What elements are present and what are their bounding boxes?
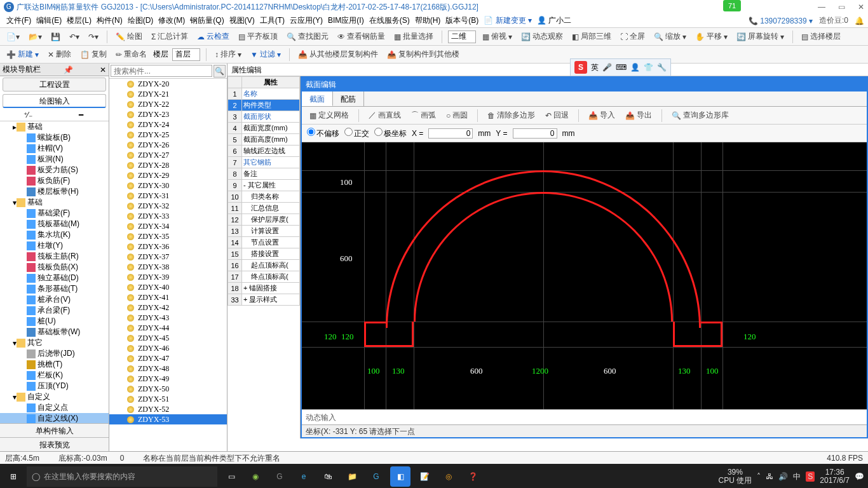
menu-modify[interactable]: 修改(M) bbox=[156, 15, 187, 26]
tree-item[interactable]: 独立基础(D) bbox=[0, 273, 109, 283]
new-component-button[interactable]: ➕ 新建▾ bbox=[4, 48, 41, 61]
app-icon-3[interactable]: G bbox=[366, 466, 386, 487]
ime-voice-icon[interactable]: 🎤 bbox=[602, 63, 612, 72]
ime-lang[interactable]: 英 bbox=[591, 62, 599, 73]
list-item[interactable]: ZDYX-27 bbox=[109, 150, 227, 160]
pan-button[interactable]: ✋ 平移▾ bbox=[693, 30, 730, 43]
new-file-icon[interactable]: 📄▾ bbox=[4, 31, 22, 43]
draw-circle-button[interactable]: ○ 画圆 bbox=[444, 109, 470, 122]
tree-item[interactable]: 后浇带(JD) bbox=[0, 348, 109, 359]
list-item[interactable]: ZDYX-25 bbox=[109, 130, 227, 140]
tree-item[interactable]: 承台梁(F) bbox=[0, 305, 109, 316]
list-item[interactable]: ZDYX-52 bbox=[109, 404, 227, 414]
list-item[interactable]: ZDYX-49 bbox=[109, 374, 227, 384]
draw-button[interactable]: ✏️绘图 bbox=[113, 30, 145, 43]
draw-arc-button[interactable]: ⌒ 画弧 bbox=[409, 109, 438, 122]
prop-row[interactable]: 4截面宽度(mm) bbox=[228, 123, 300, 134]
list-item[interactable]: ZDYX-23 bbox=[109, 109, 227, 119]
tree-item[interactable]: 压顶(YD) bbox=[0, 381, 109, 391]
tree-item[interactable]: 筏板负筋(X) bbox=[0, 262, 109, 273]
minimize-icon[interactable]: — bbox=[818, 3, 825, 11]
export-button[interactable]: 📤 导出 bbox=[623, 109, 654, 122]
sort-button[interactable]: ↕ 排序▾ bbox=[212, 48, 244, 61]
app-icon-6[interactable]: ◎ bbox=[438, 466, 459, 487]
component-list[interactable]: ZDYX-20ZDYX-21ZDYX-22ZDYX-23ZDYX-24ZDYX-… bbox=[109, 79, 227, 451]
fullscreen-button[interactable]: ⛶ 全屏 bbox=[618, 30, 648, 43]
ime-skin-icon[interactable]: 👕 bbox=[644, 63, 653, 72]
tree-item[interactable]: 柱帽(V) bbox=[0, 143, 109, 154]
list-item[interactable]: ZDYX-50 bbox=[109, 384, 227, 394]
menu-online[interactable]: 在线服务(S) bbox=[367, 15, 412, 26]
tree-group[interactable]: ▾ 自定义 bbox=[0, 391, 109, 402]
tree-group[interactable]: ▸ 基础 bbox=[0, 121, 109, 132]
list-item[interactable]: ZDYX-39 bbox=[109, 272, 227, 282]
taskbar-search[interactable]: ◯ 在这里输入你要搜索的内容 bbox=[27, 466, 217, 487]
app-icon-1[interactable]: ◉ bbox=[245, 466, 266, 487]
list-item[interactable]: ZDYX-28 bbox=[109, 160, 227, 170]
zoom-button[interactable]: 🔍 缩放▾ bbox=[651, 30, 689, 43]
tree-item[interactable]: 集水坑(K) bbox=[0, 229, 109, 240]
tray-ime-icon[interactable]: 中 bbox=[793, 471, 801, 482]
prop-row[interactable]: 18+ 锚固搭接 bbox=[228, 283, 300, 294]
prop-row[interactable]: 16起点顶标高( bbox=[228, 260, 300, 271]
menu-help[interactable]: 帮助(H) bbox=[412, 15, 444, 26]
tree-item[interactable]: 桩承台(V) bbox=[0, 294, 109, 305]
delete-button[interactable]: ✕ 删除 bbox=[45, 48, 74, 61]
opt-polar[interactable]: 极坐标 bbox=[374, 128, 407, 139]
import-button[interactable]: 📥 导入 bbox=[586, 109, 618, 122]
find-element-button[interactable]: 🔍 查找图元 bbox=[284, 30, 331, 43]
app-icon-4[interactable]: ◧ bbox=[390, 466, 410, 487]
tree-group[interactable]: ▾ 基础 bbox=[0, 197, 109, 208]
ime-tool-icon[interactable]: 🔧 bbox=[657, 63, 667, 72]
app-icon-5[interactable]: 📝 bbox=[414, 466, 435, 487]
list-item[interactable]: ZDYX-37 bbox=[109, 252, 227, 262]
undo-polygon-button[interactable]: ↶ 回退 bbox=[543, 109, 571, 122]
bell-icon[interactable]: 🔔 bbox=[855, 17, 864, 25]
prop-row[interactable]: 33+ 显示样式 bbox=[228, 294, 300, 306]
query-polygon-button[interactable]: 🔍 查询多边形库 bbox=[669, 109, 731, 122]
copy-from-floor-button[interactable]: 📥 从其他楼层复制构件 bbox=[295, 48, 381, 61]
local-3d-button[interactable]: ◧ 局部三维 bbox=[569, 30, 614, 43]
app-icon-2[interactable]: G bbox=[269, 466, 290, 487]
ime-user-icon[interactable]: 👤 bbox=[630, 63, 640, 72]
nav-close-icon[interactable]: ✕ bbox=[100, 65, 106, 74]
search-button[interactable]: 🔍 bbox=[214, 65, 226, 78]
list-item[interactable]: ZDYX-30 bbox=[109, 180, 227, 191]
component-tree[interactable]: ▸ 基础螺旋板(B)柱帽(V)板洞(N)板受力筋(S)板负筋(F)楼层板带(H)… bbox=[0, 121, 109, 423]
list-item[interactable]: ZDYX-36 bbox=[109, 241, 227, 252]
tree-item[interactable]: 楼层板带(H) bbox=[0, 186, 109, 197]
user-label[interactable]: 👤 广小二 bbox=[534, 15, 574, 26]
save-icon[interactable]: 💾 bbox=[48, 31, 63, 43]
tray-network-icon[interactable]: 🖧 bbox=[766, 472, 773, 481]
list-item[interactable]: ZDYX-45 bbox=[109, 333, 227, 343]
tree-item[interactable]: 筏板基础(M) bbox=[0, 219, 109, 229]
menu-file[interactable]: 文件(F) bbox=[4, 15, 34, 26]
tree-item[interactable]: 板受力筋(S) bbox=[0, 165, 109, 175]
explorer-icon[interactable]: 📁 bbox=[342, 466, 362, 487]
prop-row[interactable]: 11汇总信息 bbox=[228, 203, 300, 214]
list-item[interactable]: ZDYX-22 bbox=[109, 99, 227, 109]
prop-row[interactable]: 3截面形状 bbox=[228, 111, 300, 123]
menu-bim[interactable]: BIM应用(I) bbox=[325, 15, 367, 26]
list-item[interactable]: ZDYX-35 bbox=[109, 231, 227, 241]
copy-to-floor-button[interactable]: 📤 复制构件到其他楼 bbox=[384, 48, 462, 61]
list-item[interactable]: ZDYX-38 bbox=[109, 262, 227, 272]
menu-rebar[interactable]: 钢筋量(Q) bbox=[187, 15, 226, 26]
prop-row[interactable]: 10归类名称 bbox=[228, 191, 300, 203]
top-view-button[interactable]: ▦ 俯视▾ bbox=[480, 30, 515, 43]
tab-draw-input[interactable]: 绘图输入 bbox=[3, 94, 106, 108]
tree-item[interactable]: 挑檐(T) bbox=[0, 359, 109, 370]
report-preview-button[interactable]: 报表预览 bbox=[0, 437, 109, 451]
menu-version[interactable]: 版本号(B) bbox=[443, 15, 481, 26]
prop-row[interactable]: 13计算设置 bbox=[228, 226, 300, 237]
view-rebar-button[interactable]: 👁 查看钢筋量 bbox=[335, 30, 388, 43]
list-item[interactable]: ZDYX-41 bbox=[109, 292, 227, 302]
task-view-icon[interactable]: ▭ bbox=[221, 466, 241, 487]
define-grid-button[interactable]: ▦ 定义网格 bbox=[307, 109, 351, 122]
menu-view[interactable]: 视图(V) bbox=[227, 15, 257, 26]
notification-badge[interactable]: 71 bbox=[723, 0, 741, 11]
list-item[interactable]: ZDYX-47 bbox=[109, 353, 227, 363]
dynamic-input-bar[interactable]: 动态输入 bbox=[302, 409, 867, 424]
open-icon[interactable]: 📂▾ bbox=[26, 31, 44, 43]
menu-component[interactable]: 构件(N) bbox=[94, 15, 125, 26]
